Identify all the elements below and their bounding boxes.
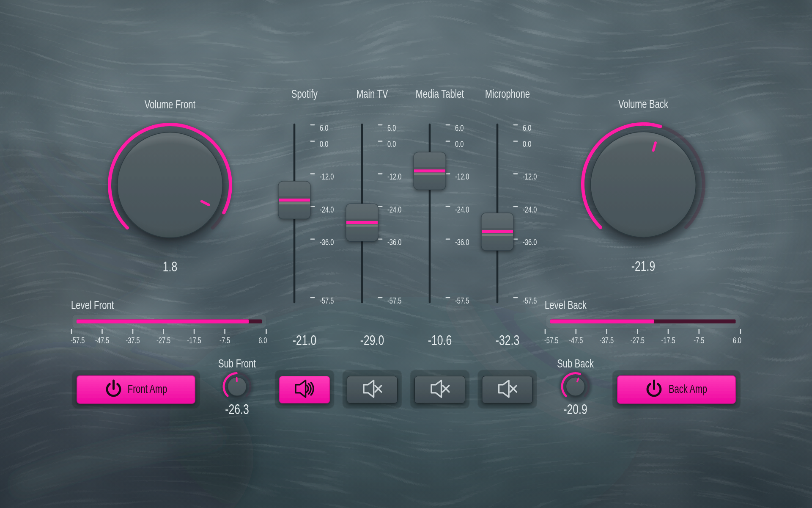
- svg-text:-24.0: -24.0: [523, 204, 537, 214]
- svg-text:-47.5: -47.5: [569, 336, 583, 345]
- svg-text:Level Back: Level Back: [545, 298, 587, 312]
- svg-text:-12.0: -12.0: [387, 172, 401, 182]
- svg-text:-57.5: -57.5: [544, 336, 558, 345]
- svg-text:Volume Front: Volume Front: [145, 98, 196, 111]
- svg-text:6.0: 6.0: [523, 123, 531, 133]
- svg-text:-12.0: -12.0: [320, 172, 334, 182]
- svg-text:-7.5: -7.5: [694, 336, 704, 345]
- svg-text:-21.9: -21.9: [631, 259, 655, 274]
- svg-text:-20.9: -20.9: [563, 401, 587, 417]
- svg-text:-47.5: -47.5: [95, 336, 109, 345]
- svg-text:-27.5: -27.5: [631, 336, 645, 345]
- svg-text:Sub Back: Sub Back: [557, 357, 594, 370]
- svg-text:-29.0: -29.0: [360, 333, 384, 348]
- svg-text:-57.5: -57.5: [320, 296, 334, 306]
- svg-text:-32.3: -32.3: [496, 333, 519, 348]
- svg-text:-17.5: -17.5: [661, 336, 675, 345]
- svg-text:Spotify: Spotify: [291, 87, 318, 100]
- svg-text:6.0: 6.0: [733, 336, 741, 345]
- svg-text:0.0: 0.0: [523, 139, 531, 149]
- svg-text:-7.5: -7.5: [219, 336, 230, 345]
- svg-text:-10.6: -10.6: [428, 333, 452, 348]
- svg-text:-37.5: -37.5: [126, 336, 140, 345]
- svg-text:Microphone: Microphone: [485, 87, 530, 100]
- svg-text:-57.5: -57.5: [455, 296, 469, 306]
- svg-text:Front Amp: Front Amp: [128, 382, 167, 395]
- svg-text:-36.0: -36.0: [455, 237, 469, 247]
- svg-text:0.0: 0.0: [455, 139, 464, 149]
- svg-text:6.0: 6.0: [320, 123, 328, 133]
- svg-text:Sub Front: Sub Front: [218, 357, 256, 370]
- svg-text:Media Tablet: Media Tablet: [416, 87, 464, 100]
- svg-text:6.0: 6.0: [455, 123, 464, 133]
- svg-text:6.0: 6.0: [387, 123, 396, 133]
- svg-text:0.0: 0.0: [387, 139, 396, 149]
- svg-text:-17.5: -17.5: [187, 336, 201, 345]
- svg-text:-57.5: -57.5: [71, 336, 85, 345]
- svg-text:-21.0: -21.0: [293, 333, 316, 348]
- svg-text:Main TV: Main TV: [356, 87, 388, 100]
- svg-text:Level Front: Level Front: [71, 298, 114, 312]
- svg-text:-37.5: -37.5: [600, 336, 614, 345]
- svg-text:Volume Back: Volume Back: [618, 97, 668, 110]
- svg-text:-36.0: -36.0: [387, 237, 401, 247]
- svg-text:-26.3: -26.3: [225, 401, 249, 417]
- svg-text:-57.5: -57.5: [387, 296, 401, 306]
- svg-text:-24.0: -24.0: [387, 204, 401, 214]
- svg-text:-24.0: -24.0: [320, 204, 334, 214]
- svg-text:-36.0: -36.0: [523, 237, 537, 247]
- svg-text:6.0: 6.0: [258, 336, 267, 345]
- svg-text:1.8: 1.8: [163, 259, 177, 274]
- svg-text:Back Amp: Back Amp: [669, 382, 707, 395]
- svg-text:-12.0: -12.0: [523, 172, 537, 182]
- svg-text:-57.5: -57.5: [523, 296, 537, 306]
- svg-text:-27.5: -27.5: [156, 336, 170, 345]
- svg-text:0.0: 0.0: [320, 139, 328, 149]
- svg-text:-12.0: -12.0: [455, 172, 469, 182]
- svg-text:-24.0: -24.0: [455, 204, 469, 214]
- svg-text:-36.0: -36.0: [320, 237, 334, 247]
